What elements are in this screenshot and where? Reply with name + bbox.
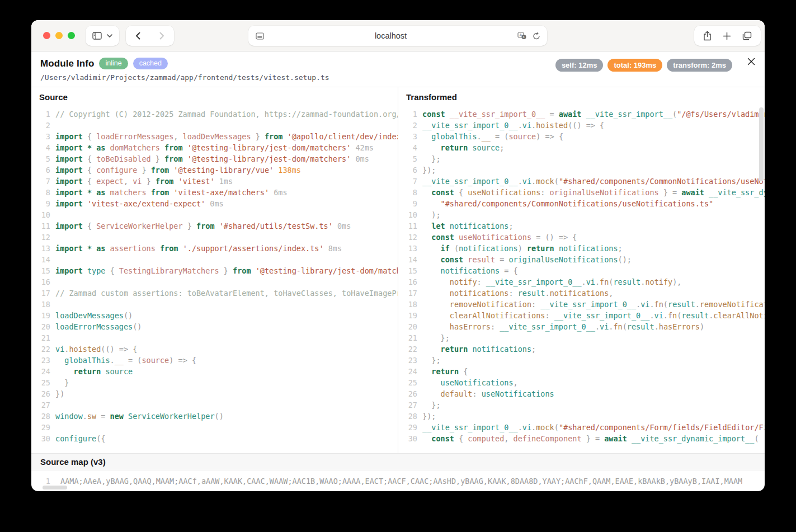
code-line: 14 (38, 254, 398, 265)
code-line: 8 const { useNotifications: originalUseN… (405, 187, 765, 198)
code-line: 19 clearAllNotifications: __vite_ssr_imp… (405, 310, 765, 321)
code-line: 26}) (38, 388, 398, 399)
minimize-window-button[interactable] (55, 32, 63, 39)
code-line: 1// Copyright (C) 2012-2025 Zammad Found… (38, 109, 398, 120)
code-line: 17// Zammad custom assertions: toBeAvata… (38, 288, 398, 299)
transformed-panel: Transformed 1const __vite_ssr_import_0__… (398, 87, 765, 453)
code-line: 20loadErrorMessages() (38, 321, 398, 332)
code-line: 17 notifications: result.notifications, (405, 288, 765, 299)
reload-icon[interactable] (533, 32, 540, 40)
code-line: 13 if (notifications) return notificatio… (405, 243, 765, 254)
code-line: 18 (38, 299, 398, 310)
code-line: 7import { expect, vi } from 'vitest' 1ms (38, 176, 398, 187)
vertical-scrollbar-thumb[interactable] (759, 107, 764, 181)
chevron-down-icon (107, 34, 112, 37)
code-line: 9import 'vitest-axe/extend-expect' 0ms (38, 198, 398, 209)
sourcemap-mappings: AAMA;AAeA,yBAAG,QAAQ,MAAM;AACf,aAAW,KAAK… (60, 477, 742, 486)
sourcemap-title: Source map (v3) (31, 453, 765, 470)
forward-button[interactable] (159, 32, 164, 40)
code-line: 19loadDevMessages() (38, 310, 398, 321)
sourcemap-line-number: 1 (38, 477, 50, 486)
horizontal-scrollbar-thumb[interactable] (43, 486, 67, 489)
code-line: 6import { configure } from '@testing-lib… (38, 164, 398, 176)
close-icon[interactable] (746, 57, 756, 67)
nav-buttons (126, 26, 174, 46)
code-line: 28window.sw = new ServiceWorkerHelper() (38, 411, 398, 422)
code-line: 24 return { (405, 366, 765, 377)
page-title: Module Info (40, 58, 94, 69)
code-line: 3import { loadErrorMessages, loadDevMess… (38, 131, 398, 142)
url-text: localhost (264, 31, 517, 40)
code-panels: Source 1// Copyright (C) 2012-2025 Zamma… (31, 87, 765, 453)
translate-icon[interactable]: A x (517, 32, 527, 40)
code-line: 27 (38, 399, 398, 411)
code-line: 12 (38, 232, 398, 243)
code-line: 16 notify: __vite_ssr_import_0__.vi.fn(r… (405, 276, 765, 288)
code-line: 2__vite_ssr_import_0__.vi.hoisted(() => … (405, 120, 765, 131)
code-line: 30 const { computed, defineComponent } =… (405, 433, 765, 444)
sidebar-toggle-button[interactable] (86, 26, 119, 46)
source-code: 1// Copyright (C) 2012-2025 Zammad Found… (31, 106, 398, 453)
code-line: 21 (38, 332, 398, 343)
code-line: 25 } (38, 377, 398, 388)
source-panel-title: Source (31, 87, 398, 106)
reader-icon[interactable] (256, 32, 264, 40)
badge-inline: inline (99, 58, 128, 69)
code-line: 11import { ServiceWorkerHelper } from '#… (38, 220, 398, 232)
sidebar-icon (92, 32, 102, 40)
code-line: 29__vite_ssr_import_0__.vi.mock("#shared… (405, 422, 765, 433)
code-line: 21 }; (405, 332, 765, 343)
new-tab-icon[interactable] (723, 32, 731, 40)
code-line: 9 "#shared/components/CommonNotification… (405, 198, 765, 209)
code-line: 27 }; (405, 399, 765, 411)
code-line: 4import * as domMatchers from '@testing-… (38, 142, 398, 153)
module-info-header: Module Info inline cached self: 12ms tot… (31, 51, 765, 87)
code-line: 18 removeNotification: __vite_ssr_import… (405, 299, 765, 310)
code-line: 2 (38, 120, 398, 131)
code-line: 7__vite_ssr_import_0__.vi.mock("#shared/… (405, 176, 765, 187)
code-line: 23 globalThis.__ = (source) => { (38, 355, 398, 366)
code-line: 26 default: useNotifications (405, 388, 765, 399)
badge-cached: cached (133, 58, 168, 69)
back-button[interactable] (135, 32, 140, 40)
code-line: 5import { toBeDisabled } from '@testing-… (38, 153, 398, 164)
code-line: 12 const useNotifications = () => { (405, 232, 765, 243)
code-line: 22 return notifications; (405, 343, 765, 355)
share-icon[interactable] (703, 31, 712, 41)
sourcemap-body: 1 AAMA;AAeA,yBAAG,QAAQ,MAAM;AACf,aAAW,KA… (31, 470, 765, 491)
code-line: 20 hasErrors: __vite_ssr_import_0__.vi.f… (405, 321, 765, 332)
code-line: 10 ); (405, 209, 765, 220)
code-line: 25 useNotifications, (405, 377, 765, 388)
address-bar[interactable]: localhost A x (248, 26, 547, 46)
code-line: 29 (38, 422, 398, 433)
metric-transform: transform: 2ms (667, 59, 732, 72)
code-line: 5 }; (405, 153, 765, 164)
source-panel: Source 1// Copyright (C) 2012-2025 Zamma… (31, 87, 398, 453)
code-line: 8import * as matchers from 'vitest-axe/m… (38, 187, 398, 198)
code-line: 13import * as assertions from './support… (38, 243, 398, 254)
code-line: 1const __vite_ssr_import_0__ = await __v… (405, 109, 765, 120)
code-line: 4 return source; (405, 142, 765, 153)
module-file-path: /Users/vladimir/Projects/zammad/app/fron… (40, 73, 756, 82)
metric-total: total: 193ms (607, 59, 662, 72)
code-line: 28}); (405, 411, 765, 422)
code-line: 11 let notifications; (405, 220, 765, 232)
code-line: 15import type { TestingLibraryMatchers }… (38, 265, 398, 276)
code-line: 30configure({ (38, 433, 398, 444)
code-line: 14 const result = originalUseNotificatio… (405, 254, 765, 265)
code-line: 6}); (405, 164, 765, 176)
browser-titlebar: localhost A x (31, 20, 765, 51)
code-line: 23 }; (405, 355, 765, 366)
zoom-window-button[interactable] (68, 32, 75, 39)
code-line: 24 return source (38, 366, 398, 377)
code-line: 22vi.hoisted(() => { (38, 343, 398, 355)
tab-overview-icon[interactable] (742, 31, 752, 40)
browser-window: localhost A x (31, 20, 765, 491)
transformed-code: 1const __vite_ssr_import_0__ = await __v… (398, 106, 765, 453)
code-line: 15 notifications = { (405, 265, 765, 276)
transformed-panel-title: Transformed (398, 87, 765, 106)
code-line: 10 (38, 209, 398, 220)
timing-metrics: self: 12ms total: 193ms transform: 2ms (555, 59, 732, 72)
close-window-button[interactable] (43, 32, 50, 39)
code-line: 3 globalThis.__ = (source) => { (405, 131, 765, 142)
